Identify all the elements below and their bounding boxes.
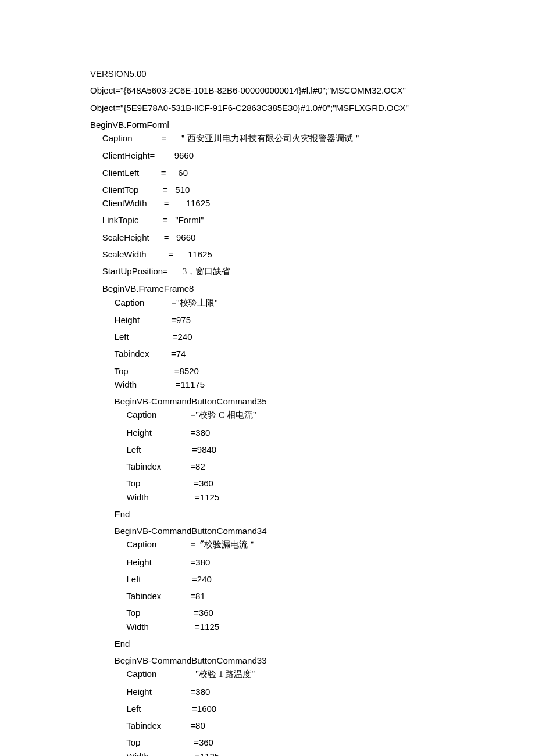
cmd34-tabindex: Tabindex =81 (90, 589, 500, 603)
form-clientleft: ClientLeft = 60 (90, 166, 500, 180)
cmd34-top: Top =360 (90, 606, 500, 619)
frame8-height: Height =975 (90, 313, 500, 327)
cmd35-tabindex: Tabindex =82 (90, 460, 500, 473)
frame8-top: Top =8520 (90, 364, 500, 378)
cmd33-caption: Caption ="校验 1 路温度" (90, 667, 500, 681)
cmd35-end: End (90, 507, 500, 521)
form-clientheight: ClientHeight= 9660 (90, 149, 500, 162)
cmd34-caption: Caption =〞校验漏电流＂ (90, 538, 500, 551)
version-line: VERSION5.00 (90, 67, 500, 80)
cmd33-height: Height =380 (90, 685, 500, 698)
object-line-2: Object="{5E9E78A0-531B-llCF-91F6-C2863C3… (90, 101, 500, 114)
cmd34-left: Left =240 (90, 572, 500, 586)
cmd35-width: Width =1125 (90, 490, 500, 504)
form-caption: Caption = ＂西安亚川电力科技有限公司火灾报警器调试＂ (90, 131, 500, 145)
cmd35-begin: BeginVB-CommandButtonCommand35 (90, 395, 500, 408)
frame8-left: Left =240 (90, 330, 500, 343)
cmd35-top: Top =360 (90, 476, 500, 490)
cmd34-end: End (90, 637, 500, 650)
form-linktopic: LinkTopic = "Forml" (90, 213, 500, 227)
frame8-tabindex: Tabindex =74 (90, 347, 500, 360)
frame8-caption: Caption ="校验上限" (90, 296, 500, 310)
cmd34-height: Height =380 (90, 556, 500, 569)
cmd35-height: Height =380 (90, 426, 500, 439)
frame8-width: Width =11175 (90, 378, 500, 391)
form-clienttop: ClientTop = 510 (90, 183, 500, 196)
cmd34-width: Width =1125 (90, 620, 500, 633)
cmd34-begin: BeginVB-CommandButtonCommand34 (90, 524, 500, 538)
cmd33-begin: BeginVB-CommandButtonCommand33 (90, 654, 500, 667)
object-line-1: Object="{648A5603-2C6E-101B-82B6-0000000… (90, 84, 500, 97)
cmd33-top: Top =360 (90, 736, 500, 749)
cmd33-width: Width =1125 (90, 750, 500, 757)
cmd35-caption: Caption ="校验 C 相电流" (90, 408, 500, 422)
form-clientwidth: ClientWidth = 11625 (90, 196, 500, 210)
form-startup: StartUpPosition= 3，窗口缺省 (90, 264, 500, 278)
cmd35-left: Left =9840 (90, 443, 500, 456)
form-begin: BeginVB.FormForml (90, 118, 500, 131)
cmd33-tabindex: Tabindex =80 (90, 719, 500, 732)
document-page: VERSION5.00 Object="{648A5603-2C6E-101B-… (0, 0, 535, 756)
form-scaleheight: ScaleHeight = 9660 (90, 231, 500, 244)
frame8-begin: BeginVB.FrameFrame8 (90, 282, 500, 295)
form-scalewidth: ScaleWidth = 11625 (90, 248, 500, 261)
cmd33-left: Left =1600 (90, 702, 500, 715)
